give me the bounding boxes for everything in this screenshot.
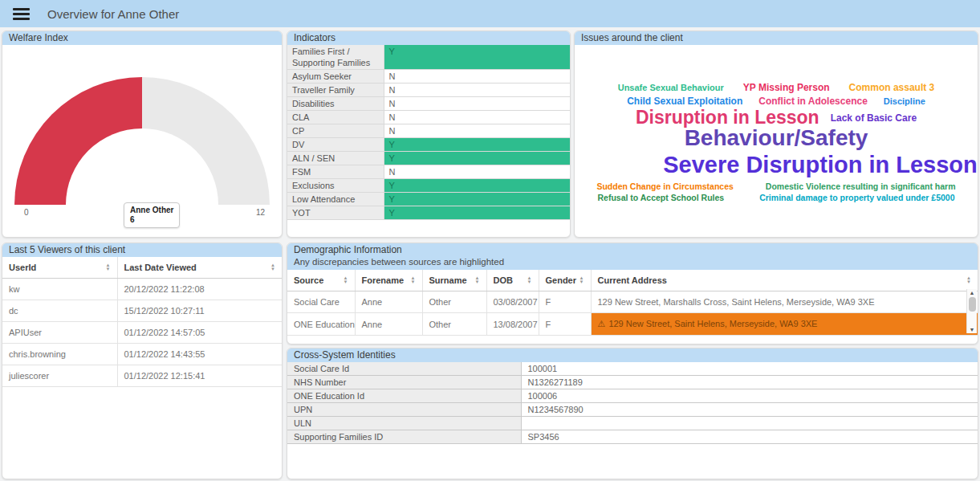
sort-icon[interactable]: ▲▼ <box>344 276 348 284</box>
userid-cell: chris.browning <box>2 344 117 365</box>
indicator-value: N <box>384 70 570 84</box>
scroll-up-icon[interactable]: ▲ <box>970 289 975 296</box>
issue-word[interactable]: Domestic Violence resulting in significa… <box>766 181 956 191</box>
date-cell: 20/12/2022 11:22:08 <box>117 279 282 300</box>
table-row: ALN / SENY <box>287 152 570 165</box>
scroll-down-icon[interactable]: ▼ <box>970 326 975 333</box>
scrollbar-thumb[interactable] <box>969 297 976 312</box>
indicator-value: Y <box>384 206 570 220</box>
identity-label: ULN <box>287 417 521 430</box>
column-label: UserId <box>9 263 36 272</box>
identity-label: Supporting Families ID <box>287 430 521 444</box>
column-header-source[interactable]: Source▲▼ <box>287 270 355 291</box>
column-label: Source <box>294 275 323 285</box>
panel-title: Issues around the client <box>575 31 978 45</box>
indicator-value: N <box>384 165 570 179</box>
column-label: DOB <box>494 275 513 285</box>
viewers-panel: Last 5 Viewers of this client UserId▲▼ L… <box>2 243 283 479</box>
sort-icon[interactable]: ▲▼ <box>579 276 584 284</box>
sort-icon[interactable]: ▲▼ <box>966 276 971 284</box>
table-row: Asylum SeekerN <box>287 70 570 84</box>
table-row: Low AttendanceY <box>287 193 570 206</box>
column-header-dob[interactable]: DOB▲▼ <box>486 270 539 291</box>
welfare-index-panel: Welfare Index 0 12 Anne Other 6 <box>2 31 283 238</box>
column-header-gender[interactable]: Gender▲▼ <box>539 270 591 291</box>
issue-word[interactable]: Conflict in Adolescence <box>758 96 868 107</box>
source-cell: ONE Education <box>287 313 355 336</box>
sort-icon[interactable]: ▲▼ <box>411 276 416 284</box>
sort-icon[interactable]: ▲▼ <box>106 263 111 271</box>
issue-word[interactable]: Child Sexual Exploitation <box>627 96 742 107</box>
column-header-userid[interactable]: UserId▲▼ <box>2 257 117 279</box>
demographics-table: Source▲▼ Forename▲▼ Surname▲▼ DOB▲▼ Gend… <box>287 270 978 336</box>
issue-word[interactable]: Sudden Change in Circumstances <box>596 181 733 191</box>
table-row: ULN <box>287 417 978 430</box>
indicator-value: N <box>384 97 570 111</box>
indicator-label: Disabilities <box>287 97 384 111</box>
table-row: Social Care Id100001 <box>287 362 978 376</box>
table-scrollbar[interactable]: ▲ ▼ <box>966 289 977 333</box>
forename-cell: Anne <box>355 313 422 336</box>
gauge-min-label: 0 <box>24 208 29 217</box>
app-root: Overview for Anne Other Welfare Index 0 … <box>0 0 980 481</box>
identities-panel: Cross-System Identities Social Care Id10… <box>287 348 978 479</box>
column-header-forename[interactable]: Forename▲▼ <box>355 270 422 291</box>
indicator-label: ALN / SEN <box>287 152 384 165</box>
column-header-current-address[interactable]: Current Address▲▼ <box>591 270 978 291</box>
panel-subtitle: Any discrepancies between sources are hi… <box>294 256 971 267</box>
dob-cell: 13/08/2007 <box>486 313 539 336</box>
gauge-max-label: 12 <box>256 208 265 217</box>
issue-word[interactable]: Behaviour/Safety <box>685 125 868 151</box>
issue-word[interactable]: YP Missing Person <box>743 82 830 93</box>
issue-word[interactable]: Criminal damage to property valued under… <box>759 193 954 202</box>
userid-cell: APIUser <box>2 322 117 344</box>
table-row: ONE Education Id100006 <box>287 389 978 403</box>
date-cell: 15/12/2022 10:27:11 <box>117 300 282 322</box>
issue-word[interactable]: Unsafe Sexual Behaviour <box>618 83 724 92</box>
table-row: chris.browning01/12/2022 14:43:55 <box>2 344 282 365</box>
table-row: kw20/12/2022 11:22:08 <box>2 279 282 300</box>
issue-word[interactable]: Lack of Basic Care <box>831 112 917 124</box>
panel-title: Demographic Information <box>294 244 971 256</box>
panel-header: Demographic Information Any discrepancie… <box>287 243 978 270</box>
identity-value: N1234567890 <box>521 403 978 417</box>
indicator-value: Y <box>384 193 570 206</box>
issue-word[interactable]: Discipline <box>884 96 925 106</box>
indicator-label: FSM <box>287 165 384 179</box>
sort-icon[interactable]: ▲▼ <box>527 276 532 284</box>
issue-word[interactable]: Severe Disruption in Lesson <box>663 152 978 178</box>
menu-icon[interactable] <box>13 6 30 22</box>
table-row: DisabilitiesN <box>287 97 570 111</box>
identity-value: SP3456 <box>521 430 978 444</box>
sort-icon[interactable]: ▲▼ <box>270 263 275 271</box>
indicator-label: Low Attendance <box>287 193 384 206</box>
column-header-last-date-viewed[interactable]: Last Date Viewed▲▼ <box>117 257 282 279</box>
gauge-tooltip-name: Anne Other <box>130 206 173 215</box>
identity-value: 100001 <box>521 362 978 376</box>
indicator-label: Traveller Family <box>287 84 384 97</box>
indicator-label: Exclusions <box>287 179 384 193</box>
indicator-label: Families First / Supporting Families <box>287 45 384 70</box>
userid-cell: juliescorer <box>2 365 117 387</box>
issue-word[interactable]: Common assault 3 <box>849 82 935 93</box>
page-title: Overview for Anne Other <box>47 7 179 21</box>
issue-word[interactable]: Refusal to Accept School Rules <box>597 193 724 202</box>
panel-title: Welfare Index <box>2 31 282 45</box>
indicator-value: N <box>384 124 570 138</box>
table-row: ExclusionsY <box>287 179 570 193</box>
table-row: CLAN <box>287 111 570 124</box>
indicator-value: N <box>384 111 570 124</box>
address-cell: ⚠129 New Street, Marshalls Cross, Saint … <box>591 291 978 313</box>
panel-title: Cross-System Identities <box>287 349 978 362</box>
column-label: Current Address <box>598 275 667 285</box>
issues-wordcloud: Unsafe Sexual Behaviour YP Missing Perso… <box>575 45 978 202</box>
topbar: Overview for Anne Other <box>0 0 980 27</box>
table-row: ONE Education Anne Other 13/08/2007 F ⚠1… <box>287 313 978 336</box>
column-header-surname[interactable]: Surname▲▼ <box>422 270 486 291</box>
userid-cell: dc <box>2 300 117 322</box>
indicator-label: CP <box>287 124 384 138</box>
sort-icon[interactable]: ▲▼ <box>475 276 480 284</box>
issues-panel: Issues around the client Unsafe Sexual B… <box>574 31 978 238</box>
date-cell: 01/12/2022 12:15:41 <box>117 365 282 387</box>
indicator-label: CLA <box>287 111 384 124</box>
